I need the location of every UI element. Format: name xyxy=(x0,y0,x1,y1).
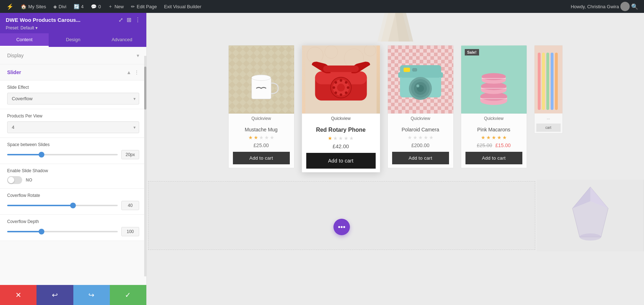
quickview-bar-mug[interactable]: Quickview xyxy=(229,113,294,123)
product-card-partial: ... cart xyxy=(534,45,563,134)
slider-more-icon[interactable]: ⋮ xyxy=(134,69,139,75)
product-price-macarons: £25.00 £15.00 xyxy=(465,142,522,148)
stars-mug: ★ ★ ★ ★ ★ xyxy=(233,135,290,140)
tab-design[interactable]: Design xyxy=(49,33,97,47)
display-chevron-icon: ▾ xyxy=(137,53,139,58)
page-content: Quickview Mustache Mug ★ ★ ★ ★ ★ £25.00 … xyxy=(147,13,644,305)
quickview-bar-camera[interactable]: Quickview xyxy=(388,113,453,123)
stars-camera: ★ ★ ★ ★ ★ xyxy=(392,135,449,140)
slide-shadow-toggle[interactable] xyxy=(7,176,22,184)
add-to-cart-mug[interactable]: Add to cart xyxy=(233,152,290,164)
star4: ★ xyxy=(264,135,269,140)
svg-point-21 xyxy=(347,86,349,89)
products-per-view-label: Products Per View xyxy=(7,113,139,118)
panel-header: DWE Woo Products Carous... ⤢ ⊞ ⋮ Preset:… xyxy=(0,13,146,33)
edit-page-btn[interactable]: ✏ Edit Page xyxy=(127,0,160,13)
svg-point-7 xyxy=(252,75,270,81)
bottom-right-area xyxy=(537,180,644,251)
coverflow-depth-label: Coverflow Depth xyxy=(7,219,139,224)
updates-menu[interactable]: 🔄 4 xyxy=(70,0,87,13)
add-to-cart-camera[interactable]: Add to cart xyxy=(392,152,449,164)
svg-point-22 xyxy=(345,91,347,94)
display-section-header[interactable]: Display ▾ xyxy=(0,47,146,64)
product-price-phone: £42.00 xyxy=(306,143,376,149)
admin-bar: ⚡ 🏠 My Sites ◈ Divi 🔄 4 💬 0 ＋ New ✏ Edit… xyxy=(0,0,644,13)
product-info-camera: Polaroid Camera ★ ★ ★ ★ ★ £200.00 Add to… xyxy=(388,123,453,168)
svg-rect-52 xyxy=(538,53,541,110)
wp-logo[interactable]: ⚡ xyxy=(3,0,17,13)
slider-section-header[interactable]: Slider ▲ ⋮ xyxy=(0,64,146,81)
confirm-button[interactable]: ✓ xyxy=(110,285,146,305)
coverflow-rotate-field: Coverflow Rotate 40 xyxy=(0,189,146,215)
product-image-phone xyxy=(302,45,380,113)
grid-icon[interactable]: ⊞ xyxy=(127,16,131,23)
space-between-slides-field: Space between Slides 20px xyxy=(0,138,146,164)
plus-icon: ＋ xyxy=(108,3,113,10)
svg-rect-55 xyxy=(551,53,553,110)
sale-badge: Sale! xyxy=(465,49,479,55)
top-decoration-svg xyxy=(360,13,431,42)
panel-tabs: Content Design Advanced xyxy=(0,33,146,47)
svg-rect-36 xyxy=(398,72,401,78)
star2: ★ xyxy=(486,135,491,140)
cancel-button[interactable]: ✕ xyxy=(0,285,36,305)
add-to-cart-macarons[interactable]: Add to cart xyxy=(465,152,522,164)
svg-rect-35 xyxy=(413,68,417,71)
product-price-mug: £25.00 xyxy=(233,142,290,148)
user-menu[interactable]: Howdy, Christina Gwira 🔍 xyxy=(571,2,641,11)
svg-rect-15 xyxy=(323,66,359,72)
space-between-slider[interactable] xyxy=(7,154,118,155)
fab-button[interactable]: ••• xyxy=(333,219,350,235)
tab-content[interactable]: Content xyxy=(0,33,49,47)
comments-menu[interactable]: 💬 0 xyxy=(87,0,104,13)
house-icon: 🏠 xyxy=(21,4,26,9)
divi-menu[interactable]: ◈ Divi xyxy=(50,0,70,13)
products-per-view-select[interactable]: 123456 xyxy=(7,121,139,133)
slide-effect-select[interactable]: Coverflow Fade Slide Flip Cube xyxy=(7,93,139,105)
partial-add-to-cart[interactable]: cart xyxy=(536,124,561,132)
cancel-icon: ✕ xyxy=(15,291,21,299)
panel-body: Display ▾ Slider ▲ ⋮ Slide Effect Coverf… xyxy=(0,47,146,305)
redo-icon: ↪ xyxy=(88,291,94,299)
product-image-mug xyxy=(229,45,294,113)
updates-icon: 🔄 xyxy=(74,4,79,9)
display-section-title: Display xyxy=(7,53,24,58)
preset-selector[interactable]: Preset: Default ▾ xyxy=(6,25,141,33)
products-per-view-field: Products Per View 123456 ▾ xyxy=(0,109,146,138)
chevron-up-icon[interactable]: ▲ xyxy=(126,69,131,75)
top-decoration xyxy=(147,13,644,42)
quickview-bar-macarons[interactable]: Quickview xyxy=(461,113,527,123)
coverflow-depth-slider[interactable] xyxy=(7,231,118,232)
more-icon[interactable]: ⋮ xyxy=(135,16,141,23)
new-menu[interactable]: ＋ New xyxy=(104,0,127,13)
camera-illustration xyxy=(387,45,454,113)
star2: ★ xyxy=(413,135,418,140)
coverflow-rotate-slider[interactable] xyxy=(7,205,118,206)
bottom-right-decoration xyxy=(537,180,644,251)
add-to-cart-phone[interactable]: Add to cart xyxy=(306,153,376,169)
product-info-phone: Red Rotary Phone ★ ★ ★ ★ ★ £42.00 Add to… xyxy=(302,123,380,172)
quickview-bar-phone[interactable]: Quickview xyxy=(302,113,380,123)
settings-panel: DWE Woo Products Carous... ⤢ ⊞ ⋮ Preset:… xyxy=(0,13,147,305)
star5: ★ xyxy=(270,135,274,140)
svg-rect-54 xyxy=(546,53,549,110)
redo-button[interactable]: ↪ xyxy=(73,285,110,305)
product-image-camera xyxy=(387,45,454,113)
wordpress-icon: ⚡ xyxy=(6,3,14,10)
enable-slide-shadow-field: Enable Slide Shadow NO xyxy=(0,164,146,189)
exit-visual-builder-btn[interactable]: Exit Visual Builder xyxy=(160,0,205,13)
resize-icon[interactable]: ⤢ xyxy=(118,16,123,23)
tab-advanced[interactable]: Advanced xyxy=(98,33,146,47)
product-card-macarons: Sale! xyxy=(461,45,527,168)
my-sites-menu[interactable]: 🏠 My Sites xyxy=(17,0,50,13)
svg-point-25 xyxy=(332,86,335,89)
scrollbar[interactable] xyxy=(144,56,146,276)
svg-point-26 xyxy=(334,81,337,84)
phone-illustration xyxy=(302,45,380,113)
product-info-macarons: Pink Macarons ★ ★ ★ ★ ★ £25.00 £15.00 Ad… xyxy=(461,123,527,168)
star5: ★ xyxy=(429,135,434,140)
fab-icon: ••• xyxy=(338,223,345,231)
coverflow-depth-value: 100 xyxy=(121,227,139,236)
search-icon[interactable]: 🔍 xyxy=(631,3,638,10)
undo-button[interactable]: ↩ xyxy=(36,285,73,305)
